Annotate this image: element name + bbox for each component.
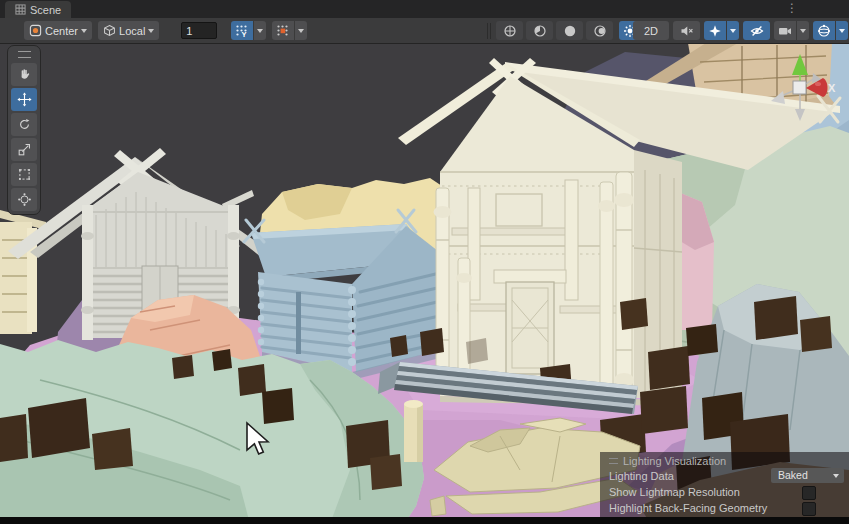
transform-icon [16, 191, 33, 208]
tab-scene[interactable]: Scene [5, 1, 71, 18]
pivot-center-icon [29, 24, 42, 37]
lighting-data-label: Lighting Data [609, 470, 674, 482]
chevron-down-icon[interactable] [726, 21, 739, 40]
palette-drag-handle[interactable] [18, 51, 31, 58]
shading-misc-button[interactable] [586, 21, 613, 40]
tool-scale[interactable] [11, 138, 37, 161]
orientation-button[interactable]: Local [98, 21, 159, 40]
chevron-down-icon[interactable] [796, 21, 809, 40]
orientation-cube-icon [103, 24, 116, 37]
grid-snap-icon: Y [235, 24, 249, 38]
scene-visibility-icon [750, 24, 764, 38]
snap-increment-icon [276, 24, 290, 38]
toolbar-separator [487, 23, 488, 39]
scene-3d-viewport[interactable]: X [0, 43, 849, 517]
tool-rotate[interactable] [11, 113, 37, 136]
window-bottom-edge [0, 517, 849, 524]
gizmos-icon [817, 24, 831, 38]
grid-size-input[interactable] [181, 22, 217, 39]
scale-icon [16, 141, 33, 158]
grid-tab-icon [15, 4, 26, 15]
panel-title: Lighting Visualization [623, 455, 726, 467]
tool-palette [7, 45, 41, 215]
snap-increment-button[interactable] [272, 21, 307, 40]
tab-bar: Scene ⋮ [0, 0, 849, 19]
effects-button[interactable] [704, 21, 739, 40]
lighting-data-dropdown[interactable]: Baked [771, 468, 844, 483]
scene-toolbar: Center Local Y [0, 18, 849, 44]
camera-settings-button[interactable] [774, 21, 809, 40]
scene-visibility-button[interactable] [743, 21, 770, 40]
orientation-label: Local [119, 25, 145, 37]
lighting-visualization-panel: Lighting Visualization Lighting Data Bak… [600, 452, 849, 517]
cylinder-post[interactable] [404, 400, 423, 462]
pivot-mode-button[interactable]: Center [24, 21, 92, 40]
gizmo-x-label[interactable]: X [828, 82, 836, 94]
shading-wireframe-icon [503, 24, 517, 38]
tab-overflow-menu-icon[interactable]: ⋮ [786, 0, 798, 17]
grid-visibility-button[interactable]: Y [231, 21, 266, 40]
shading-wireframe-button[interactable] [496, 21, 523, 40]
effects-icon [708, 24, 722, 38]
mode-2d-button[interactable]: 2D [633, 21, 669, 40]
tool-transform[interactable] [11, 188, 37, 211]
shading-shaded-button[interactable] [556, 21, 583, 40]
unity-scene-view-window: X Scene ⋮ Center [0, 0, 849, 524]
show-lightmap-resolution-checkbox[interactable] [802, 486, 816, 500]
shading-shaded-icon [563, 24, 577, 38]
show-lightmap-resolution-label: Show Lightmap Resolution [609, 486, 740, 498]
chevron-down-icon [833, 474, 839, 478]
panel-drag-handle-icon[interactable] [609, 458, 618, 464]
shading-shaded-wireframe-icon [533, 24, 547, 38]
highlight-backfacing-checkbox[interactable] [802, 502, 816, 516]
highlight-backfacing-label: Highlight Back-Facing Geometry [609, 502, 767, 514]
shading-shaded-wireframe-button[interactable] [526, 21, 553, 40]
tool-rect[interactable] [11, 163, 37, 186]
camera-icon [778, 24, 792, 38]
chevron-down-icon[interactable] [294, 21, 307, 40]
chevron-down-icon [148, 29, 154, 33]
shading-misc-icon [593, 24, 607, 38]
rotate-icon [16, 116, 33, 133]
tool-hand[interactable] [11, 63, 37, 86]
chevron-down-icon [81, 29, 87, 33]
tool-move[interactable] [11, 88, 37, 111]
gizmos-button[interactable] [813, 21, 848, 40]
pivot-mode-label: Center [45, 25, 78, 37]
chevron-down-icon[interactable] [253, 21, 266, 40]
svg-text:Y: Y [242, 30, 247, 38]
chevron-down-icon[interactable] [835, 21, 848, 40]
rect-tool-icon [16, 166, 33, 183]
audio-toggle-button[interactable] [673, 21, 700, 40]
move-icon [16, 91, 33, 108]
tab-label: Scene [30, 4, 61, 16]
hand-icon [16, 66, 33, 83]
audio-mute-icon [680, 24, 694, 38]
